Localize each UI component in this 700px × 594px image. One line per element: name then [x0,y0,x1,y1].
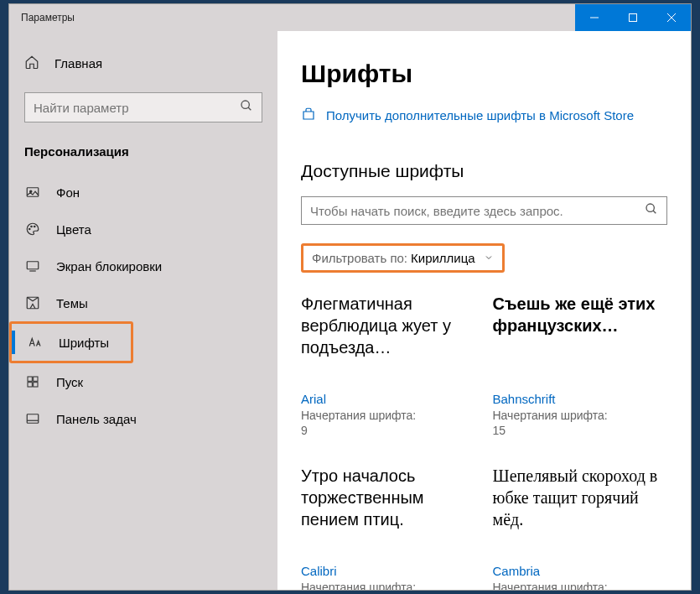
filter-label: Фильтровать по: [312,251,407,265]
taskbar-icon [24,410,41,427]
settings-window: Параметры Главная [8,3,692,591]
svg-rect-17 [34,383,38,387]
svg-point-8 [29,228,31,230]
svg-point-4 [241,101,249,108]
svg-rect-11 [27,262,39,269]
search-input[interactable] [34,101,240,115]
maximize-button[interactable] [614,4,652,31]
sidebar-item-colors[interactable]: Цвета [9,211,277,248]
home-nav-item[interactable]: Главная [9,46,277,81]
font-meta: Начертания шрифта: 9 [301,408,476,438]
svg-rect-14 [28,377,32,381]
sidebar-search[interactable] [24,92,262,122]
page-title: Шрифты [301,60,667,88]
font-card-arial[interactable]: Флегматичная верблюдица жует у подъезда…… [301,293,476,438]
minimize-button[interactable] [575,4,614,31]
sidebar-item-label: Экран блокировки [56,259,162,274]
svg-rect-1 [630,14,637,22]
sidebar-item-label: Пуск [56,375,83,389]
filter-value: Кириллица [411,251,475,265]
palette-icon [24,221,41,237]
sidebar-item-label: Темы [56,296,88,310]
close-button[interactable] [652,4,691,31]
store-link[interactable]: Получить дополнительные шрифты в Microso… [301,107,667,124]
font-meta: Начертания шрифта: 15 [493,408,668,438]
font-meta: Начертания шрифта: 6 [301,580,476,590]
available-fonts-heading: Доступные шрифты [301,161,667,181]
lockscreen-icon [24,258,41,274]
store-link-text: Получить дополнительные шрифты в Microso… [326,108,634,122]
svg-rect-16 [28,383,32,387]
svg-rect-18 [27,414,39,424]
font-name: Arial [301,392,476,406]
font-sample: Шепелявый скороход в юбке тащит горячий … [493,465,668,552]
font-card-cambria[interactable]: Шепелявый скороход в юбке тащит горячий … [493,465,668,590]
font-card-calibri[interactable]: Утро началось торжественным пением птиц.… [301,465,476,590]
svg-point-20 [646,204,654,211]
sidebar-item-themes[interactable]: Темы [9,284,277,321]
sidebar-item-label: Цвета [56,222,91,237]
image-icon [24,184,41,201]
font-meta: Начертания шрифта: [493,580,668,590]
main-panel: Шрифты Получить дополнительные шрифты в … [277,31,691,590]
sidebar-item-start[interactable]: Пуск [9,363,277,400]
titlebar: Параметры [9,4,691,31]
home-label: Главная [54,56,102,70]
sidebar-item-taskbar[interactable]: Панель задач [9,400,277,437]
font-grid: Флегматичная верблюдица жует у подъезда…… [301,293,667,590]
sidebar-item-background[interactable]: Фон [9,174,277,211]
font-search-input[interactable] [310,204,645,218]
store-icon [301,107,316,124]
font-search-box[interactable] [301,196,667,225]
font-name: Cambria [493,564,668,578]
font-sample: Флегматичная верблюдица жует у подъезда… [301,293,476,380]
filter-dropdown[interactable]: Фильтровать по: Кириллица [301,243,505,273]
chevron-down-icon [484,251,494,265]
font-sample: Утро началось торжественным пением птиц. [301,465,476,552]
sidebar-item-label: Фон [56,185,80,200]
svg-line-21 [653,211,656,213]
window-controls [575,4,691,31]
svg-rect-15 [34,377,38,381]
content: Главная Персонализация Фон Цвета [9,31,691,590]
sidebar-item-label: Панель задач [56,412,137,426]
window-title: Параметры [9,12,575,23]
themes-icon [24,294,41,311]
font-name: Bahnschrift [493,392,668,406]
sidebar: Главная Персонализация Фон Цвета [9,31,277,590]
font-card-bahnschrift[interactable]: Съешь же ещё этих французских… Bahnschri… [493,293,668,438]
svg-point-9 [31,226,33,227]
fonts-icon [27,334,44,351]
svg-point-10 [34,226,36,227]
start-icon [24,373,41,390]
sidebar-item-fonts[interactable]: Шрифты [9,321,133,363]
font-sample: Съешь же ещё этих французских… [493,293,668,380]
sidebar-item-lockscreen[interactable]: Экран блокировки [9,248,277,284]
section-header: Персонализация [9,141,277,174]
sidebar-item-label: Шрифты [59,336,109,350]
svg-line-5 [248,107,251,110]
search-icon [240,99,253,116]
search-icon [645,202,658,219]
font-name: Calibri [301,564,476,578]
home-icon [24,55,39,72]
